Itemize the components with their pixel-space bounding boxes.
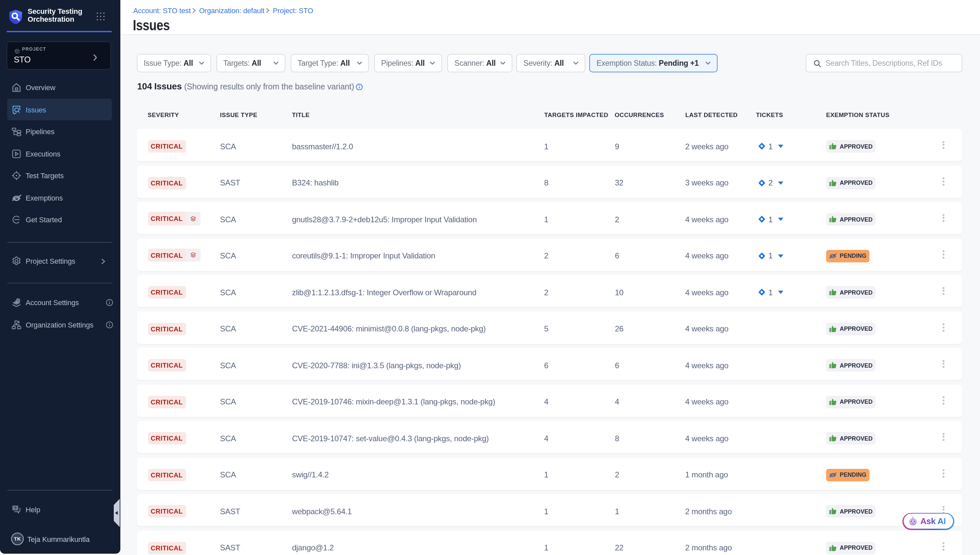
svg-text:?: ? bbox=[14, 506, 16, 510]
